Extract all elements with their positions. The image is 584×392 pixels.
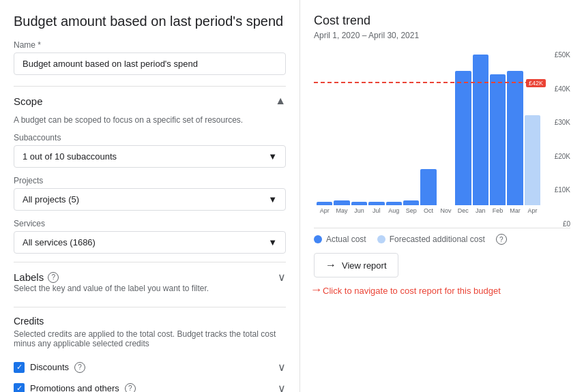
subaccounts-chevron-icon: ▼ (268, 151, 277, 162)
services-group: Services All services (1686) ▼ (14, 219, 286, 254)
bar-group: May (334, 51, 349, 214)
bar-x-label: Apr (320, 207, 330, 214)
labels-title: Labels ? (14, 271, 59, 283)
projects-chevron-icon: ▼ (268, 194, 277, 205)
bar-group: Sep (403, 51, 419, 214)
bar-actual (368, 202, 384, 205)
bar-actual (351, 202, 367, 205)
projects-dropdown[interactable]: All projects (5) ▼ (14, 188, 286, 211)
bar-forecast (525, 115, 540, 205)
labels-section: Labels ? ∨ Select the key and value of t… (14, 262, 286, 307)
right-panel: Cost trend April 1, 2020 – April 30, 202… (300, 0, 584, 392)
bar-group: Apr (317, 51, 332, 214)
bar-group: Dec (455, 51, 471, 214)
annotation-text: Click to navigate to cost report for thi… (323, 286, 501, 296)
labels-help-icon[interactable]: ? (48, 272, 59, 283)
labels-section-header[interactable]: Labels ? ∨ (14, 271, 286, 284)
promotions-help-icon[interactable]: ? (125, 383, 136, 393)
threshold-line (314, 82, 543, 83)
discounts-chevron-icon: ∨ (278, 361, 286, 374)
scope-section-header[interactable]: Scope ▲ (14, 86, 286, 115)
annotation-arrow-icon: ↑ (310, 287, 324, 293)
bar-group: Feb (490, 51, 506, 214)
credits-title: Credits (14, 316, 286, 327)
bar-actual (455, 71, 471, 205)
services-dropdown[interactable]: All services (1686) ▼ (14, 231, 286, 254)
name-label: Name * (14, 40, 286, 50)
threshold-label: £42K (526, 79, 546, 87)
bar-x-label: May (336, 207, 348, 214)
chart-subtitle: April 1, 2020 – April 30, 2021 (314, 31, 570, 40)
discounts-checkbox[interactable]: ✓ (14, 362, 25, 373)
bar-group: Jun (351, 51, 367, 214)
annotation: ↑ Click to navigate to cost report for t… (314, 286, 570, 297)
y-axis-label: £10K (555, 186, 570, 194)
bars-container: AprMayJunJulAugSepOctNovDecJanFebMarApr (314, 51, 543, 214)
bar-actual (334, 200, 349, 205)
promotions-chevron-icon: ∨ (278, 382, 286, 392)
scope-chevron-icon: ▲ (275, 95, 286, 107)
subaccounts-label: Subaccounts (14, 133, 286, 142)
bar-group: Jul (368, 51, 384, 214)
legend-forecast-dot (377, 235, 385, 243)
services-label: Services (14, 219, 286, 228)
labels-chevron-icon: ∨ (278, 271, 286, 284)
chart-title: Cost trend (314, 14, 570, 28)
projects-value: All projects (5) (23, 194, 79, 205)
bar-x-label: Nov (440, 207, 451, 214)
chart-area: AprMayJunJulAugSepOctNovDecJanFebMarApr … (314, 51, 570, 228)
chart-legend: Actual cost Forecasted additional cost ? (314, 234, 570, 245)
bar-x-label: Mar (510, 207, 521, 214)
name-input[interactable] (14, 52, 286, 75)
y-axis-label: £40K (555, 85, 570, 93)
legend-actual: Actual cost (314, 235, 366, 244)
bar-actual (490, 74, 506, 205)
scope-description: A budget can be scoped to focus on a spe… (14, 115, 286, 125)
bar-x-label: Feb (493, 207, 503, 214)
labels-select-key-text: Select the key and value of the label yo… (14, 284, 286, 293)
bar-group: Nov (438, 51, 454, 214)
bar-x-label: Jan (476, 207, 486, 214)
promotions-checkbox[interactable]: ✓ (14, 383, 25, 393)
chart-help-icon[interactable]: ? (496, 234, 507, 245)
bar-actual (420, 169, 436, 205)
credits-description: Selected credits are applied to the tota… (14, 329, 286, 348)
y-axis-label: £50K (555, 51, 570, 59)
credits-section: Credits Selected credits are applied to … (14, 307, 286, 392)
discounts-label: Discounts (30, 362, 69, 372)
page-title: Budget amount based on last period's spe… (14, 14, 286, 29)
promotions-row: ✓ Promotions and others ? ∨ (14, 378, 286, 392)
y-axis-label: £20K (555, 153, 570, 160)
discounts-row: ✓ Discounts ? ∨ (14, 357, 286, 378)
bar-group: Apr (525, 51, 540, 214)
legend-actual-dot (314, 235, 322, 243)
promotions-checkbox-left: ✓ Promotions and others ? (14, 383, 136, 393)
discounts-help-icon[interactable]: ? (74, 362, 85, 373)
legend-forecast: Forecasted additional cost (377, 235, 485, 244)
bar-x-label: Jul (373, 207, 381, 214)
bar-group: Jan (473, 51, 488, 214)
bar-actual (473, 55, 488, 205)
view-report-button[interactable]: → View report (314, 253, 398, 277)
bar-group: Oct (420, 51, 436, 214)
services-chevron-icon: ▼ (268, 237, 277, 247)
promotions-label: Promotions and others (30, 383, 119, 392)
bar-x-label: Aug (388, 207, 399, 214)
discounts-checkbox-left: ✓ Discounts ? (14, 362, 85, 373)
y-axis-label: £0 (563, 220, 570, 228)
scope-title: Scope (14, 95, 43, 107)
bar-x-label: Dec (458, 207, 469, 214)
services-value: All services (1686) (23, 237, 96, 247)
view-report-arrow-icon: → (325, 259, 336, 271)
bar-x-label: Apr (527, 207, 537, 214)
bar-group: Mar (507, 51, 523, 214)
view-report-label: View report (342, 260, 387, 271)
projects-label: Projects (14, 176, 286, 185)
subaccounts-group: Subaccounts 1 out of 10 subaccounts ▼ (14, 133, 286, 168)
subaccounts-dropdown[interactable]: 1 out of 10 subaccounts ▼ (14, 145, 286, 168)
bar-x-label: Oct (424, 207, 433, 214)
bar-actual (507, 71, 523, 205)
bar-group: Aug (386, 51, 402, 214)
y-axis: £50K£40K£30K£20K£10K£0 (555, 51, 570, 228)
y-axis-label: £30K (555, 119, 570, 126)
